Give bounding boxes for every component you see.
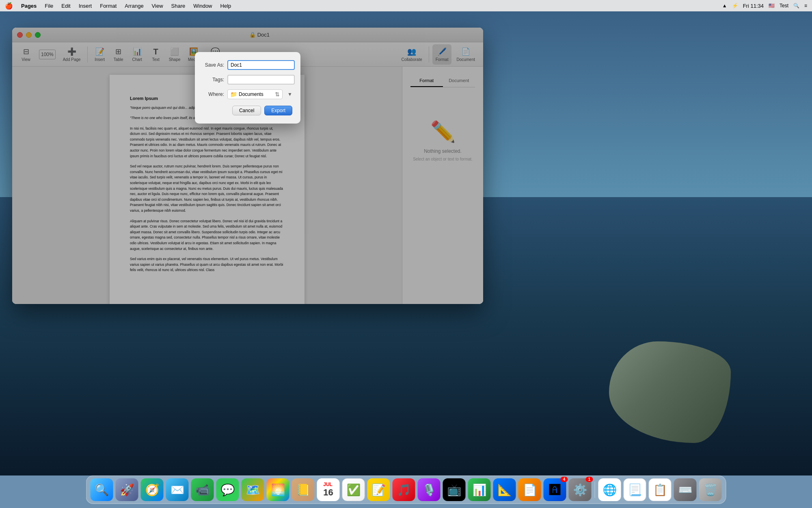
dock-icon-file[interactable]: 📃 [624,478,646,501]
save-as-row: Save As: [203,60,292,70]
contacts-icon: 📒 [296,483,310,497]
menu-view[interactable]: View [149,2,166,10]
folder-icon: 📁 [230,91,237,98]
control-center-icon[interactable]: ≡ [804,3,807,9]
mail-icon: ✉️ [170,483,184,497]
dock-icon-music[interactable]: 🎵 [393,478,415,501]
menu-window[interactable]: Window [190,2,215,10]
where-row: Where: 📁 Documents ⇅ ▼ [203,89,292,99]
photos-icon: 🌅 [271,483,285,497]
where-value-display: 📁 Documents [230,91,263,98]
facetime-icon: 📹 [195,483,209,497]
export-button[interactable]: Export [264,106,292,115]
menu-help[interactable]: Help [217,2,235,10]
username: Test [780,3,788,9]
filename-input[interactable] [227,60,295,70]
menu-share[interactable]: Share [168,2,189,10]
tags-input[interactable] [227,75,295,85]
dock-icon-contacts[interactable]: 📒 [292,478,315,501]
tags-row: Tags: [203,75,292,85]
dock-icon-reminders[interactable]: ✅ [342,478,365,501]
keynote-icon: 📐 [497,483,512,497]
dock-icon-keynote[interactable]: 📐 [493,478,516,501]
dock-icon-appstore[interactable]: 🅰 4 [544,478,566,501]
dock-icon-podcasts[interactable]: 🎙️ [418,478,441,501]
dock-icon-numbers[interactable]: 📊 [468,478,491,501]
textedit-icon: 📋 [653,483,667,497]
dock-icon-safari[interactable]: 🧭 [141,478,164,501]
dock-icon-launchpad[interactable]: 🚀 [116,478,138,501]
maps-icon: 🗺️ [246,483,260,497]
menu-edit[interactable]: Edit [58,2,73,10]
dock-icon-toolbox[interactable]: ⌨️ [674,478,697,501]
dock-icon-finder[interactable]: 🔍 [91,478,113,501]
pages-window: 🔒 Doc1 ⊟ View 100% ➕ Add Page [12,28,483,304]
reminders-icon: ✅ [346,483,361,497]
dock-icon-systemprefs[interactable]: ⚙️ 1 [569,478,592,501]
wifi-icon[interactable]: ▲ [722,3,727,9]
dock-icon-trash[interactable]: 🗑️ [699,478,722,501]
numbers-icon: 📊 [472,483,486,497]
notes-icon: 📝 [371,483,386,497]
toolbox-icon: ⌨️ [678,483,692,497]
dock: 🔍 🚀 🧭 ✉️ 📹 💬 🗺️ 🌅 📒 JUL16 ✅ 📝 🎵 🎙️ 📺 � [86,475,726,504]
where-selector[interactable]: 📁 Documents ⇅ [227,89,283,99]
cancel-button[interactable]: Cancel [232,106,261,115]
pages-icon: 📄 [523,483,537,497]
dock-icon-textedit[interactable]: 📋 [649,478,672,501]
safari-icon: 🧭 [145,483,159,497]
dock-icon-notes[interactable]: 📝 [367,478,390,501]
appstore-badge: 4 [561,477,568,482]
podcasts-icon: 🎙️ [422,483,436,497]
menubar-right: ▲ ⚡ Fri 11:34 🇺🇸 Test 🔍 ≡ [722,3,807,9]
dock-icon-chrome[interactable]: 🌐 [598,478,621,501]
dock-icon-calendar[interactable]: JUL16 [317,478,340,501]
appstore-icon: 🅰 [549,483,561,497]
systemprefs-badge: 1 [586,477,593,482]
menubar: 🍎 Pages File Edit Insert Format Arrange … [0,0,812,11]
search-icon[interactable]: 🔍 [793,3,799,9]
dialog-buttons: Cancel Export [203,106,292,115]
user-flag-icon: 🇺🇸 [769,3,775,9]
dock-icon-mail[interactable]: ✉️ [166,478,189,501]
finder-icon: 🔍 [95,483,109,497]
messages-icon: 💬 [220,483,235,497]
save-dialog: Save As: Tags: Where: 📁 Documents ⇅ [195,52,300,124]
dialog-overlay: Save As: Tags: Where: 📁 Documents ⇅ [12,28,483,304]
expand-icon[interactable]: ▼ [287,91,292,97]
file-icon: 📃 [628,483,642,497]
dock-separator [595,482,595,498]
tv-icon: 📺 [447,483,461,497]
where-label: Where: [203,91,224,97]
menu-file[interactable]: File [41,2,56,10]
apple-menu[interactable]: 🍎 [5,2,13,10]
calendar-icon: JUL16 [323,482,333,498]
music-icon: 🎵 [397,483,411,497]
tags-label: Tags: [203,77,224,82]
dock-icon-photos[interactable]: 🌅 [267,478,289,501]
where-stepper-icon: ⇅ [275,91,280,98]
chrome-icon: 🌐 [603,483,617,497]
menu-pages[interactable]: Pages [18,2,40,10]
dock-icon-messages[interactable]: 💬 [216,478,239,501]
save-as-label: Save As: [203,62,224,68]
desktop: 🔒 Doc1 ⊟ View 100% ➕ Add Page [0,11,812,475]
menu-insert[interactable]: Insert [76,2,95,10]
where-value-text: Documents [239,91,263,97]
launchpad-icon: 🚀 [120,483,134,497]
dock-icon-tv[interactable]: 📺 [443,478,466,501]
dock-icon-facetime[interactable]: 📹 [191,478,214,501]
menu-format[interactable]: Format [97,2,120,10]
battery-icon[interactable]: ⚡ [732,3,738,9]
menu-arrange[interactable]: Arrange [121,2,147,10]
dock-icon-pages[interactable]: 📄 [518,478,541,501]
clock: Fri 11:34 [743,3,764,9]
trash-icon: 🗑️ [703,483,717,497]
dock-icon-maps[interactable]: 🗺️ [242,478,264,501]
systemprefs-icon: ⚙️ [573,483,587,497]
